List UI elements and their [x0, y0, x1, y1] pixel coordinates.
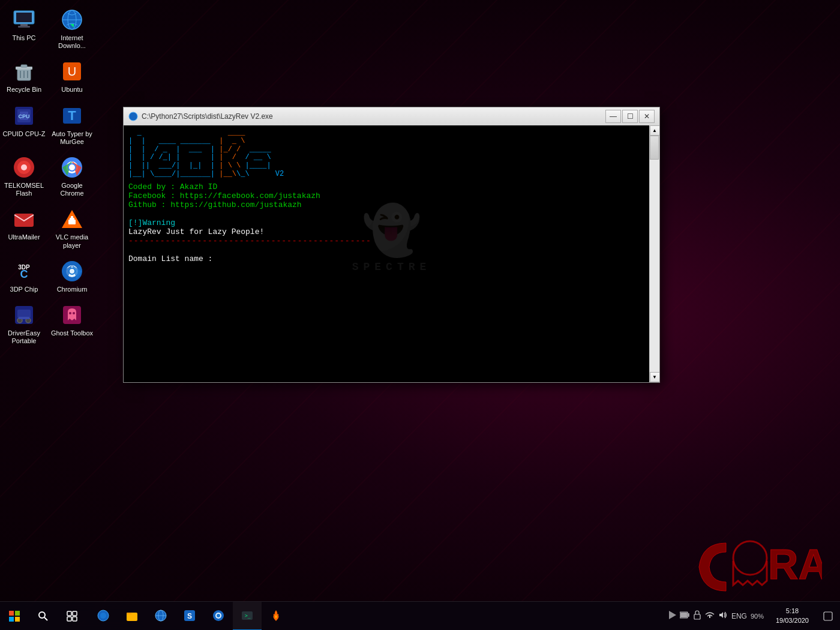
svg-point-39	[70, 269, 74, 274]
desktop-icon-auto-typer[interactable]: T Auto Typer by MurGee	[48, 99, 96, 151]
scrollbar-thumb[interactable]	[650, 136, 659, 160]
chromium-label: Chromium	[57, 286, 88, 293]
input-language-icon[interactable]: ENG	[731, 612, 747, 620]
warning-text: [!]Warning	[128, 218, 175, 227]
terminal-minimize-button[interactable]: —	[605, 110, 621, 123]
taskbar-app-file-explorer[interactable]	[118, 602, 146, 631]
notification-center-button[interactable]	[816, 602, 840, 631]
terminal-title-text: C:\Python27\Scripts\dist\LazyRev V2.exe	[142, 112, 605, 121]
coded-by-text: Coded by : Akazh ID	[128, 182, 217, 191]
desktop-icon-ultramailer[interactable]: UltraMailer	[0, 202, 48, 254]
svg-rect-44	[19, 317, 29, 319]
taskbar-apps: S >_	[89, 602, 290, 631]
taskbar-app-chromium[interactable]	[204, 602, 233, 631]
terminal-content[interactable]: 👻 SPECTRE _ ____ | | ____ _______ | _ \ …	[124, 125, 649, 382]
svg-text:T: T	[68, 108, 76, 123]
desktop-icon-vlc[interactable]: VLC media player	[48, 202, 96, 254]
desktop-icon-internet-download[interactable]: Internet Downlo...	[48, 3, 96, 55]
internet-download-icon	[60, 8, 84, 32]
task-view-button[interactable]	[58, 602, 86, 631]
driver-easy-icon	[12, 303, 36, 327]
desktop-icon-ghost-toolbox[interactable]: Ghost Toolbox	[48, 298, 96, 350]
svg-point-73	[217, 614, 220, 617]
svg-rect-79	[680, 613, 687, 617]
terminal-scrollbar[interactable]: ▲ ▼	[649, 125, 659, 382]
svg-text:>_: >_	[245, 613, 251, 619]
svg-rect-58	[67, 611, 71, 616]
lock-icon[interactable]	[693, 610, 701, 622]
taskbar-search-button[interactable]	[29, 602, 58, 631]
cpuid-icon: CPU	[12, 104, 36, 128]
desktop-icons-grid: This PC Internet Downlo...	[0, 3, 96, 350]
ubuntu-label: Ubuntu	[61, 86, 82, 94]
svg-rect-78	[688, 613, 689, 617]
recycle-bin-label: Recycle Bin	[7, 86, 41, 94]
facebook-line: Facebook : https://facebook.com/justakaz…	[128, 191, 644, 200]
system-clock[interactable]: 5:18 19/03/2020	[769, 602, 816, 631]
cpuid-label: CPUID CPU-Z	[3, 130, 46, 138]
svg-rect-10	[21, 65, 27, 67]
svg-rect-54	[9, 617, 14, 622]
crax-logo: RAX	[690, 537, 822, 597]
volume-icon[interactable]	[718, 611, 728, 621]
svg-rect-59	[73, 611, 77, 616]
google-chrome-label: Google Chrome	[50, 182, 94, 197]
desktop-icon-3dp-chip[interactable]: 3DP C 3DP Chip	[0, 254, 48, 298]
desktop-icon-recycle-bin[interactable]: Recycle Bin	[0, 55, 48, 98]
google-chrome-icon	[60, 155, 84, 179]
terminal-body: 👻 SPECTRE _ ____ | | ____ _______ | _ \ …	[124, 125, 659, 382]
desktop-icon-google-chrome[interactable]: Google Chrome	[48, 151, 96, 202]
terminal-window: C:\Python27\Scripts\dist\LazyRev V2.exe …	[123, 107, 660, 383]
terminal-info: Coded by : Akazh ID Facebook : https://f…	[128, 182, 644, 209]
taskbar: S >_	[0, 601, 840, 630]
taskbar-app-fire[interactable]	[262, 602, 290, 631]
ghost-toolbox-icon	[60, 303, 84, 327]
svg-point-46	[69, 312, 71, 314]
svg-text:CPU: CPU	[18, 113, 29, 119]
auto-typer-label: Auto Typer by MurGee	[50, 130, 94, 146]
clock-date: 19/03/2020	[776, 616, 809, 625]
facebook-text: Facebook : https://facebook.com/justakaz…	[128, 191, 320, 200]
terminal-app-icon	[128, 112, 138, 121]
svg-rect-41	[17, 310, 31, 318]
terminal-window-controls: — ☐ ✕	[605, 110, 655, 123]
internet-download-label: Internet Downlo...	[50, 34, 94, 50]
systray: ENG 90%	[664, 610, 769, 622]
svg-point-56	[39, 612, 45, 618]
taskbar-app-network[interactable]	[89, 602, 118, 631]
ubuntu-icon: U	[60, 59, 84, 83]
terminal-close-button[interactable]: ✕	[639, 110, 655, 123]
svg-point-47	[73, 312, 75, 314]
prompt-section: Domain List name :	[128, 254, 644, 263]
scrollbar-down-button[interactable]: ▼	[650, 372, 660, 382]
domain-prompt: Domain List name :	[128, 254, 212, 263]
svg-rect-55	[15, 617, 20, 622]
network-icon[interactable]	[705, 611, 715, 621]
svg-point-50	[733, 541, 767, 575]
desktop-icon-this-pc[interactable]: This PC	[0, 3, 48, 55]
vlc-icon	[60, 207, 84, 231]
desktop-icon-driver-easy[interactable]: DriverEasy Portable	[0, 298, 48, 350]
taskbar-app-globe[interactable]	[146, 602, 175, 631]
show-hidden-icons-button[interactable]	[669, 611, 676, 621]
desktop-icon-telkomsel[interactable]: TELKOMSEL Flash	[0, 151, 48, 202]
svg-text:RAX: RAX	[768, 541, 822, 588]
desktop-icon-chromium[interactable]: Chromium	[48, 254, 96, 298]
svg-text:S: S	[187, 612, 192, 620]
taskbar-right: ENG 90% 5:18 19/03/2020	[664, 602, 840, 631]
desktop-icon-ubuntu[interactable]: U Ubuntu	[48, 55, 96, 98]
scrollbar-up-button[interactable]: ▲	[650, 125, 660, 136]
auto-typer-icon: T	[60, 104, 84, 128]
terminal-maximize-button[interactable]: ☐	[622, 110, 638, 123]
svg-text:U: U	[68, 65, 76, 78]
chromium-icon	[60, 259, 84, 283]
svg-rect-61	[73, 617, 77, 621]
battery-icon[interactable]	[680, 611, 689, 621]
svg-rect-33	[71, 216, 73, 218]
taskbar-app-blue-square[interactable]: S	[175, 602, 204, 631]
coded-by-line: Coded by : Akazh ID	[128, 182, 644, 191]
start-button[interactable]	[0, 602, 29, 631]
ultramailer-icon	[12, 207, 36, 231]
desktop-icon-cpuid[interactable]: CPU CPUID CPU-Z	[0, 99, 48, 151]
taskbar-app-terminal[interactable]: >_	[233, 602, 262, 631]
